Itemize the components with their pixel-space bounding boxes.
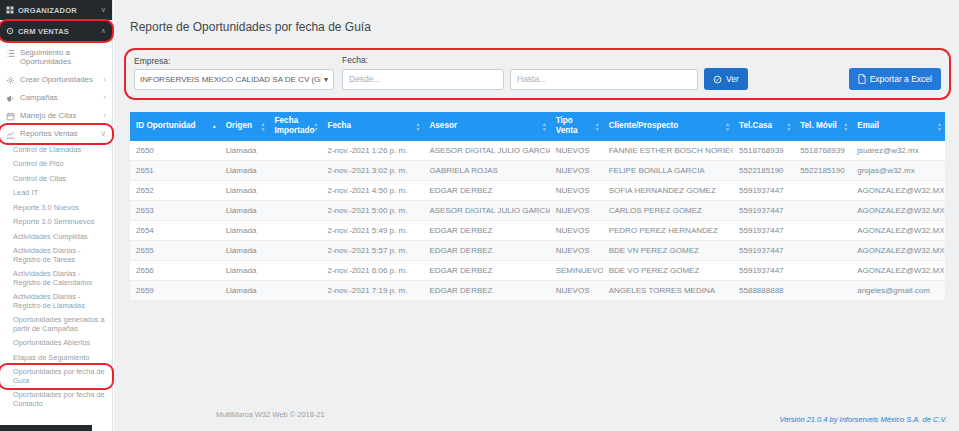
column-header[interactable]: Origen▲▼ — [220, 112, 269, 141]
sort-icon[interactable]: ▲▼ — [595, 122, 600, 131]
table-cell: 2656 — [130, 260, 220, 280]
table-cell — [269, 260, 322, 280]
sidebar-report-item[interactable]: Control de Citas — [0, 172, 112, 187]
sidebar-menu: Seguimiento a Oportunidades Crear Oportu… — [0, 41, 112, 412]
empresa-select[interactable]: INFORSERVEIS MEXICO CALIDAD SA DE CV (GM… — [134, 69, 334, 90]
sidebar-report-item[interactable]: Actividades Diarias - Registro de Llamad… — [0, 290, 112, 313]
column-header[interactable]: Asesor▲▼ — [423, 112, 549, 141]
gear-icon — [6, 76, 15, 85]
sidebar-report-item[interactable]: Reporte 3.0 Seminuevos — [0, 215, 112, 230]
column-header[interactable]: Tipo Venta▲▼ — [550, 112, 603, 141]
table-cell — [269, 200, 322, 220]
table-cell: GABRIELA ROJAS — [423, 160, 549, 180]
table-row[interactable]: 2650Llamada2-nov.-2021 1:26 p. m.ASESOR … — [130, 141, 945, 161]
crm-icon — [6, 27, 14, 35]
table-cell — [794, 220, 851, 240]
fecha-label: Fecha: — [342, 55, 748, 65]
table-cell: ASESOR DIGITAL JULIO GARCIA — [423, 141, 549, 161]
table-cell: 2-nov.-2021 1:26 p. m. — [322, 141, 424, 161]
grid-icon — [6, 6, 14, 14]
sort-icon[interactable]: ▲▼ — [786, 122, 791, 131]
table-cell: 5518768939 — [733, 141, 794, 161]
sort-icon[interactable]: ▲▼ — [415, 122, 420, 131]
table-cell: 5591937447 — [733, 180, 794, 200]
sidebar-item-reportes-ventas[interactable]: Reportes Ventas ∨ — [0, 125, 112, 143]
sidebar-item-campanas[interactable]: Campañas ‹ — [0, 89, 112, 107]
column-header[interactable]: ID Oportunidad▲ — [130, 112, 220, 141]
sort-icon[interactable]: ▲▼ — [843, 122, 848, 131]
sidebar-report-item[interactable]: Control de Llamadas — [0, 143, 112, 158]
sidebar-item-manejo-de-citas[interactable]: Manejo de Citas ‹ — [0, 107, 112, 125]
sidebar-report-item[interactable]: Oportunidades por fecha de Guía — [0, 365, 112, 388]
sidebar-report-item[interactable]: Oportunidades generados a partir de Camp… — [0, 313, 112, 336]
sidebar-report-item[interactable]: Etapas de Seguimiento — [0, 351, 112, 366]
table-row[interactable]: 2652Llamada2-nov.-2021 4:50 p. m.EDGAR D… — [130, 180, 945, 200]
ver-button[interactable]: Ver — [704, 68, 748, 90]
table-cell: 5591937447 — [733, 200, 794, 220]
table-cell: AGONZALEZ@W32.MX — [851, 260, 945, 280]
table-cell: 5518768939 — [794, 141, 851, 161]
table-cell — [794, 260, 851, 280]
sidebar-report-item[interactable]: Oportunidades por fecha de Contacto — [0, 388, 112, 411]
table-cell: 5522185190 — [794, 160, 851, 180]
table-cell — [269, 280, 322, 300]
column-header[interactable]: Cliente/Prospecto▲▼ — [603, 112, 733, 141]
table-cell: FELIPE BONILLA GARCIA — [603, 160, 733, 180]
filters-bar: Empresa: INFORSERVEIS MEXICO CALIDAD SA … — [126, 50, 949, 98]
hasta-input[interactable] — [510, 69, 698, 90]
sidebar-report-item[interactable]: Actividades Diarias - Registro de Calend… — [0, 267, 112, 290]
sidebar-report-item[interactable]: Actividades Cumplidas — [0, 230, 112, 245]
column-header[interactable]: Tel.Casa▲▼ — [733, 112, 794, 141]
sort-icon[interactable]: ▲▼ — [725, 122, 730, 131]
empresa-label: Empresa: — [134, 56, 334, 66]
table-row[interactable]: 2654Llamada2-nov.-2021 5:49 p. m.EDGAR D… — [130, 220, 945, 240]
table-cell: 5522185190 — [733, 160, 794, 180]
sort-icon[interactable]: ▲▼ — [937, 122, 942, 131]
sort-icon[interactable]: ▲▼ — [261, 122, 266, 131]
desde-input[interactable] — [342, 69, 504, 90]
sidebar-report-item[interactable]: Reporte 3.0 Nuevos — [0, 201, 112, 216]
table-cell: EDGAR DERBEZ — [423, 220, 549, 240]
table-row[interactable]: 2656Llamada2-nov.-2021 6:06 p. m.EDGAR D… — [130, 260, 945, 280]
sidebar-report-item[interactable]: Control de Piso — [0, 157, 112, 172]
table-row[interactable]: 2655Llamada2-nov.-2021 5:57 p. m.EDGAR D… — [130, 240, 945, 260]
sidebar-report-item[interactable]: Oportunidades Abiertos — [0, 336, 112, 351]
table-row[interactable]: 2651Llamada2-nov.-2021 3:02 p. m.GABRIEL… — [130, 160, 945, 180]
empresa-selected-value: INFORSERVEIS MEXICO CALIDAD SA DE CV (GM… — [140, 75, 321, 84]
table-cell: AGONZALEZ@W32.MX — [851, 200, 945, 220]
column-header[interactable]: Email▲▼ — [851, 112, 945, 141]
table-row[interactable]: 2659Llamada2-nov.-2021 7:19 p. m.EDGAR D… — [130, 280, 945, 300]
sidebar-item-seguimiento-oportunidades[interactable]: Seguimiento a Oportunidades — [0, 44, 112, 71]
table-cell: 5591937447 — [733, 220, 794, 240]
sort-icon[interactable]: ▲ — [212, 124, 217, 129]
footer-version[interactable]: Versión 21.0.4 by Inforserveis México S.… — [779, 415, 947, 424]
column-header[interactable]: Tel. Móvil▲▼ — [794, 112, 851, 141]
table-row[interactable]: 2653Llamada2-nov.-2021 5:00 p. m.ASESOR … — [130, 200, 945, 220]
view-icon — [713, 75, 722, 84]
sidebar-report-item[interactable]: Lead IT — [0, 186, 112, 201]
organizador-label: ORGANIZADOR — [18, 6, 77, 15]
list-icon — [6, 49, 15, 58]
table-cell: NUEVOS — [550, 160, 603, 180]
table-cell: 5588888888 — [733, 280, 794, 300]
table-cell: Llamada — [220, 260, 269, 280]
excel-file-icon — [858, 74, 866, 84]
sidebar-report-item[interactable]: Actividades Diarias - Registro de Tareas — [0, 244, 112, 267]
table-cell: 2650 — [130, 141, 220, 161]
column-header[interactable]: Fecha▲▼ — [322, 112, 424, 141]
table-cell: angeles@gmail.com — [851, 280, 945, 300]
table-cell: 2-nov.-2021 5:00 p. m. — [322, 200, 424, 220]
table-cell: Llamada — [220, 180, 269, 200]
sort-icon[interactable]: ▲▼ — [542, 122, 547, 131]
export-excel-button[interactable]: Exportar a Excel — [849, 68, 941, 90]
table-cell: NUEVOS — [550, 200, 603, 220]
sidebar-item-crear-oportunidades[interactable]: Crear Oportunidades ‹ — [0, 71, 112, 89]
column-header[interactable]: Fecha Importado▲▼ — [269, 112, 322, 141]
sidebar-section-organizador[interactable]: ORGANIZADOR ∨ — [0, 0, 112, 20]
sort-icon[interactable]: ▲▼ — [314, 122, 319, 131]
sidebar-section-crm-ventas[interactable]: CRM VENTAS ∧ — [0, 21, 112, 41]
table-cell: jsuarez@w32.mx — [851, 141, 945, 161]
table-cell: SEMINUEVOS — [550, 260, 603, 280]
table-header: ID Oportunidad▲Origen▲▼Fecha Importado▲▼… — [130, 112, 945, 141]
sidebar-item-label: Manejo de Citas — [20, 111, 98, 120]
